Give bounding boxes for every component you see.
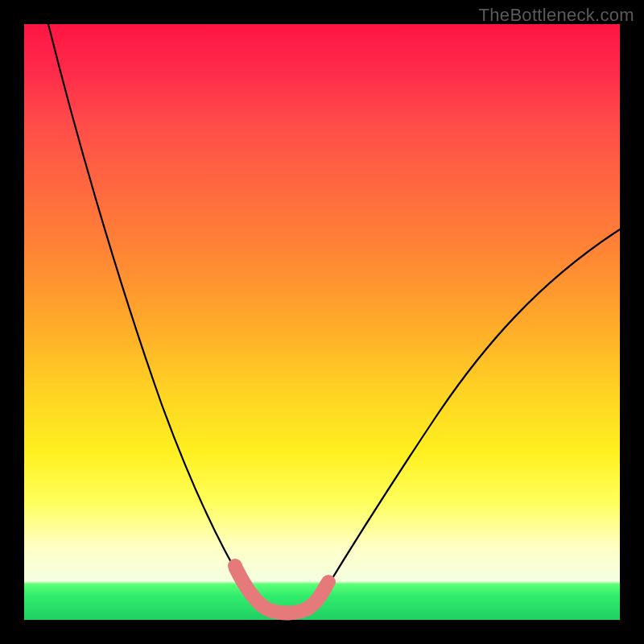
plot-area — [24, 24, 620, 620]
curve-left-branch — [48, 24, 272, 612]
chart-canvas: TheBottleneck.com — [0, 0, 644, 644]
optimal-range-highlight — [236, 568, 327, 613]
watermark-label: TheBottleneck.com — [479, 5, 634, 26]
highlight-cap-right — [321, 575, 336, 589]
highlight-cap-left — [228, 559, 242, 573]
curve-svg — [24, 24, 620, 620]
curve-right-branch — [324, 229, 620, 592]
